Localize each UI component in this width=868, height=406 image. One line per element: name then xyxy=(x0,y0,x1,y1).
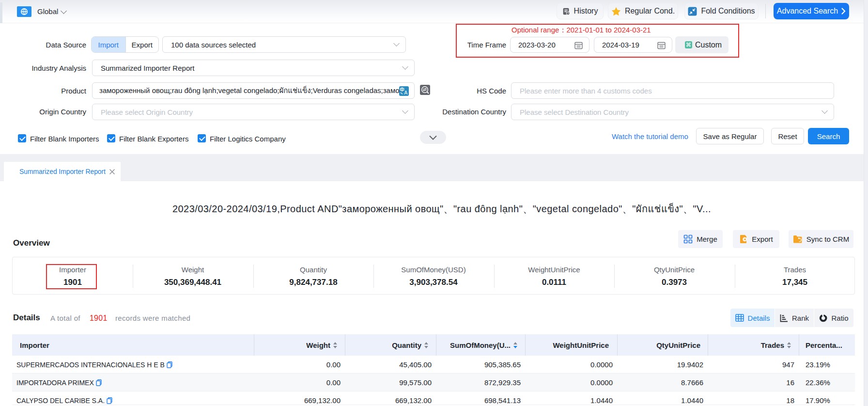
svg-text:A: A xyxy=(404,90,407,95)
